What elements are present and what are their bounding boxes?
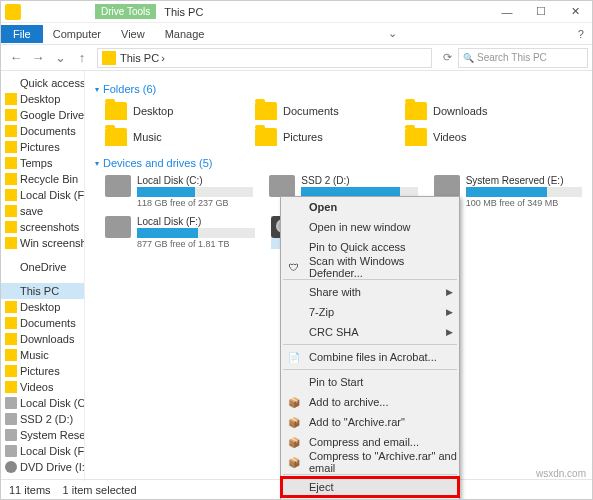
pc-icon (102, 51, 116, 65)
tree-item[interactable]: Recycle Bin (1, 171, 84, 187)
breadcrumb-text: This PC (120, 52, 159, 64)
tree-item[interactable]: screenshots (1, 219, 84, 235)
menu-item-pin-to-quick-access[interactable]: Pin to Quick access (281, 237, 459, 257)
refresh-button[interactable]: ⟳ (436, 47, 458, 69)
tree-item[interactable]: Win screenshots (1, 235, 84, 251)
tree-item[interactable]: Google Drive (1, 107, 84, 123)
tree-item[interactable]: SSD 2 (D:) (1, 411, 84, 427)
menu-item-open[interactable]: Open (281, 197, 459, 217)
back-button[interactable]: ← (5, 47, 27, 69)
disk-icon (105, 216, 131, 238)
menu-item-share-with[interactable]: Share with▶ (281, 282, 459, 302)
submenu-arrow-icon: ▶ (446, 327, 453, 337)
menu-icon: 📦 (287, 395, 301, 409)
folder-item[interactable]: Pictures (255, 127, 385, 147)
status-items: 11 items (9, 484, 51, 496)
tree-item[interactable]: System Reserved (E:) (1, 427, 84, 443)
menu-icon: 📦 (287, 415, 301, 429)
submenu-arrow-icon: ▶ (446, 307, 453, 317)
watermark: wsxdn.com (536, 468, 586, 479)
disk-icon (269, 175, 295, 197)
maximize-button[interactable]: ☐ (524, 1, 558, 23)
ribbon-tabs: File Computer View Manage ⌄ ? (1, 23, 592, 45)
folders-group-header[interactable]: Folders (6) (95, 83, 582, 95)
computer-tab[interactable]: Computer (43, 25, 111, 43)
tree-item[interactable]: Downloads (1, 331, 84, 347)
folder-icon (255, 102, 277, 120)
folder-icon (405, 128, 427, 146)
disk-icon (105, 175, 131, 197)
help-icon[interactable]: ? (570, 28, 592, 40)
folder-icon (405, 102, 427, 120)
menu-item-pin-to-start[interactable]: Pin to Start (281, 372, 459, 392)
tree-item[interactable]: Videos (1, 379, 84, 395)
drives-group-header[interactable]: Devices and drives (5) (95, 157, 582, 169)
tree-item[interactable]: Temps (1, 155, 84, 171)
tree-item[interactable]: Pictures (1, 363, 84, 379)
menu-icon: 📄 (287, 350, 301, 364)
folder-icon (105, 128, 127, 146)
forward-button[interactable]: → (27, 47, 49, 69)
folder-item[interactable]: Desktop (105, 101, 235, 121)
tree-item[interactable]: Pictures (1, 139, 84, 155)
expand-ribbon-icon[interactable]: ⌄ (380, 27, 405, 40)
menu-item-eject[interactable]: Eject (281, 477, 459, 497)
tree-item[interactable]: save (1, 203, 84, 219)
search-input[interactable]: Search This PC (458, 48, 588, 68)
folder-item[interactable]: Videos (405, 127, 535, 147)
tree-item[interactable]: Local Disk (F:) (1, 187, 84, 203)
folder-icon (255, 128, 277, 146)
status-selected: 1 item selected (63, 484, 137, 496)
drive-tools-tab[interactable]: Drive Tools (95, 4, 156, 19)
folder-item[interactable]: Downloads (405, 101, 535, 121)
title-bar: Drive Tools This PC — ☐ ✕ (1, 1, 592, 23)
menu-icon: 📦 (287, 435, 301, 449)
tree-item[interactable]: Desktop (1, 299, 84, 315)
menu-item-compress-and-email-[interactable]: 📦Compress and email... (281, 432, 459, 452)
up-button[interactable]: ↑ (71, 47, 93, 69)
close-button[interactable]: ✕ (558, 1, 592, 23)
tree-item[interactable]: Desktop (1, 91, 84, 107)
context-menu: OpenOpen in new windowPin to Quick acces… (280, 196, 460, 500)
tree-item[interactable]: Documents (1, 315, 84, 331)
tree-item[interactable]: This PC (1, 283, 84, 299)
window-title: This PC (164, 6, 203, 18)
menu-item-compress-to-archive-rar-and-email[interactable]: 📦Compress to "Archive.rar" and email (281, 452, 459, 472)
tree-item[interactable]: Quick access (1, 75, 84, 91)
recent-dropdown[interactable]: ⌄ (49, 47, 71, 69)
menu-item-scan-with-windows-defender-[interactable]: 🛡Scan with Windows Defender... (281, 257, 459, 277)
tree-item[interactable]: Local Disk (C:) (1, 395, 84, 411)
nav-bar: ← → ⌄ ↑ This PC › ⟳ Search This PC (1, 45, 592, 71)
manage-tab[interactable]: Manage (155, 25, 215, 43)
address-bar[interactable]: This PC › (97, 48, 432, 68)
folder-icon (105, 102, 127, 120)
disk-icon (434, 175, 460, 197)
tree-item[interactable]: Local Disk (F:) (1, 443, 84, 459)
tree-item[interactable]: DVD Drive (I:) Polish (1, 459, 84, 475)
view-tab[interactable]: View (111, 25, 155, 43)
nav-tree[interactable]: Quick accessDesktopGoogle DriveDocuments… (1, 71, 85, 481)
folder-item[interactable]: Music (105, 127, 235, 147)
menu-icon: 📦 (287, 455, 301, 469)
submenu-arrow-icon: ▶ (446, 287, 453, 297)
menu-item--zip[interactable]: 7-Zip▶ (281, 302, 459, 322)
menu-item-crc-sha[interactable]: CRC SHA▶ (281, 322, 459, 342)
menu-icon: 🛡 (287, 260, 301, 274)
tree-item[interactable]: Documents (1, 123, 84, 139)
tree-item[interactable]: OneDrive (1, 259, 84, 275)
tree-item[interactable]: Music (1, 347, 84, 363)
minimize-button[interactable]: — (490, 1, 524, 23)
folder-item[interactable]: Documents (255, 101, 385, 121)
drive-item[interactable]: Local Disk (F:)877 GB free of 1.81 TB (105, 216, 255, 249)
menu-item-add-to-archive-rar-[interactable]: 📦Add to "Archive.rar" (281, 412, 459, 432)
file-tab[interactable]: File (1, 25, 43, 43)
menu-item-add-to-archive-[interactable]: 📦Add to archive... (281, 392, 459, 412)
app-icon (5, 4, 21, 20)
menu-item-open-in-new-window[interactable]: Open in new window (281, 217, 459, 237)
drive-item[interactable]: Local Disk (C:)118 GB free of 237 GB (105, 175, 253, 208)
menu-item-combine-files-in-acrobat-[interactable]: 📄Combine files in Acrobat... (281, 347, 459, 367)
